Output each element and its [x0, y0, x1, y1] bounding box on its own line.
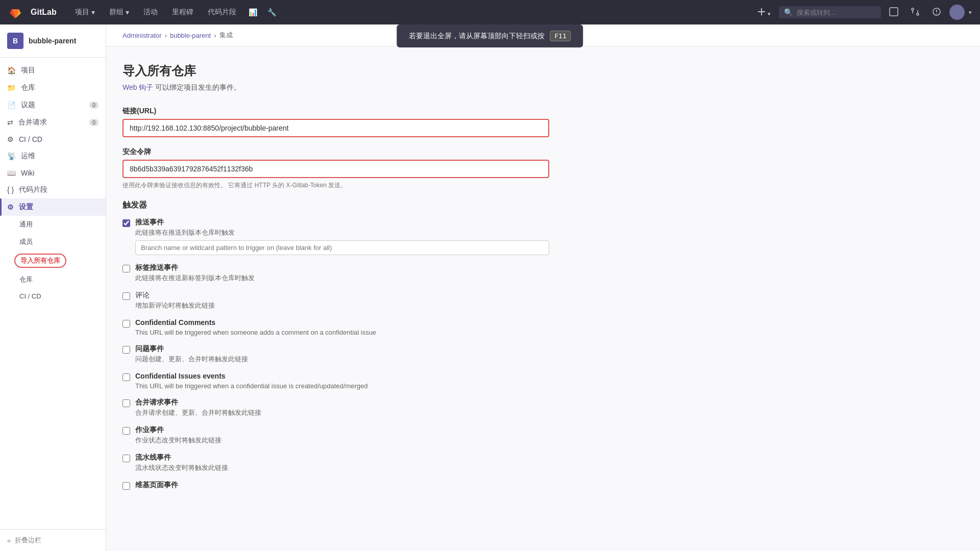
trigger-push-branch-input[interactable] [135, 240, 549, 255]
subtitle-text: 可以绑定项目发生的事件。 [155, 83, 241, 91]
nav-activity[interactable]: 活动 [137, 5, 164, 20]
wiki-icon: 📖 [7, 169, 16, 177]
url-input[interactable] [122, 119, 549, 137]
trigger-push-label: 推送事件 [135, 218, 164, 227]
trigger-comments-checkbox[interactable] [122, 292, 130, 300]
trigger-merge-requests: 合并请求事件合并请求创建、更新、合并时将触发此链接 [122, 398, 549, 417]
sidebar-item-merge-requests[interactable]: ⇄ 合并请求 0 [0, 114, 106, 131]
page-subtitle: Web 钩子 可以绑定项目发生的事件。 [122, 83, 549, 92]
trigger-tag-push-label: 标签推送事件 [135, 263, 178, 272]
trigger-pipeline: 流水线事件流水线状态改变时将触发此链接 [122, 453, 549, 472]
trigger-job: 作业事件作业状态改变时将触发此链接 [122, 425, 549, 445]
content-area: 导入所有仓库 Web 钩子 可以绑定项目发生的事件。 链接(URL) 安全令牌 … [106, 46, 566, 516]
sidebar-nav: 🏠 项目 📁 仓库 📄 议题 0 ⇄ 合并请求 0 ⚙ CI / CD [0, 58, 106, 529]
merge-icon: ⇄ [7, 118, 13, 127]
breadcrumb-admin[interactable]: Administrator [122, 32, 162, 39]
sidebar-item-settings[interactable]: ⚙ 设置 [0, 198, 106, 216]
chart-icon[interactable]: 📊 [244, 4, 261, 20]
svg-point-1 [912, 8, 914, 10]
settings-subnav: 通用 成员 导入所有仓库 仓库 CI / CD [0, 216, 106, 304]
trigger-job-label: 作业事件 [135, 425, 164, 435]
trigger-issues-label: 问题事件 [135, 344, 164, 354]
trigger-wiki-label: 维基页面事件 [135, 481, 178, 490]
nav-milestones[interactable]: 里程碑 [166, 5, 200, 20]
ops-icon: 📡 [7, 152, 16, 160]
tooltip-text: 若要退出全屏，请从屏幕顶部向下轻扫或按 [409, 32, 545, 41]
sidebar-item-repository-settings[interactable]: 仓库 [7, 271, 106, 288]
trigger-wiki-checkbox[interactable] [122, 482, 130, 490]
trigger-confidential-comments: Confidential CommentsThis URL will be tr… [122, 318, 549, 336]
sidebar-item-project[interactable]: 🏠 项目 [0, 62, 106, 79]
integrations-label: 导入所有仓库 [14, 254, 66, 268]
issues-icon[interactable] [928, 3, 945, 22]
fullscreen-tooltip: 若要退出全屏，请从屏幕顶部向下轻扫或按 F11 [397, 24, 583, 47]
nav-projects[interactable]: 项目 ▾ [69, 5, 101, 20]
trigger-confidential-comments-label: Confidential Comments [135, 318, 215, 327]
trigger-push: 推送事件此链接将在推送到版本仓库时触发 [122, 218, 549, 255]
key-badge: F11 [550, 31, 571, 41]
svg-point-2 [917, 13, 919, 15]
sidebar-item-ops[interactable]: 📡 运维 [0, 147, 106, 165]
top-navigation: GitLab 项目 ▾ 群组 ▾ 活动 里程碑 代码片段 📊 🔧 ▾ 🔍 [0, 0, 980, 24]
sidebar-item-wiki[interactable]: 📖 Wiki [0, 165, 106, 181]
book-icon: 📁 [7, 84, 16, 92]
token-hint: 使用此令牌来验证接收信息的有效性。 它将通过 HTTP 头的 X-Gitlab-… [122, 181, 549, 190]
trigger-confidential-issues-checkbox[interactable] [122, 373, 130, 381]
gear-icon: ⚙ [7, 203, 14, 211]
svg-point-4 [936, 13, 937, 14]
triggers-title: 触发器 [122, 200, 549, 211]
trigger-tag-push-desc: 此链接将在推送新标签到版本仓库时触发 [135, 273, 549, 283]
trigger-comments-desc: 增加新评论时将触发此链接 [135, 301, 549, 310]
project-header[interactable]: B bubble-parent [0, 24, 106, 58]
breadcrumb-project[interactable]: bubble-parent [170, 32, 211, 39]
sidebar-item-ci-cd[interactable]: ⚙ CI / CD [0, 131, 106, 147]
sidebar-item-general[interactable]: 通用 [7, 216, 106, 233]
avatar-dropdown[interactable]: ▾ [969, 9, 972, 16]
dropdown-icon: ▾ [91, 8, 95, 16]
sidebar: B bubble-parent 🏠 项目 📁 仓库 📄 议题 0 ⇄ 合并请求 … [0, 24, 106, 551]
search-box[interactable]: 🔍 [779, 6, 881, 18]
trigger-job-checkbox[interactable] [122, 427, 130, 435]
main-content: Administrator › bubble-parent › 集成 导入所有仓… [106, 24, 980, 551]
sidebar-item-snippets[interactable]: { } 代码片段 [0, 181, 106, 198]
webhook-link[interactable]: Web 钩子 [122, 83, 153, 91]
plus-icon[interactable]: ▾ [753, 4, 775, 21]
trigger-issues-checkbox[interactable] [122, 346, 130, 354]
trigger-merge-requests-label: 合并请求事件 [135, 398, 178, 407]
sidebar-item-issues[interactable]: 📄 议题 0 [0, 96, 106, 114]
issues-badge: 0 [89, 102, 99, 109]
user-settings-icon[interactable] [885, 3, 902, 22]
trigger-issues-desc: 问题创建、更新、合并时将触发此链接 [135, 355, 549, 364]
sidebar-item-repository[interactable]: 📁 仓库 [0, 79, 106, 96]
wrench-icon[interactable]: 🔧 [263, 4, 280, 20]
trigger-confidential-comments-desc: This URL will be triggered when someone … [135, 329, 549, 336]
trigger-tag-push-checkbox[interactable] [122, 265, 130, 272]
main-layout: B bubble-parent 🏠 项目 📁 仓库 📄 议题 0 ⇄ 合并请求 … [0, 24, 980, 551]
sidebar-item-integrations[interactable]: 导入所有仓库 [7, 251, 106, 271]
url-label: 链接(URL) [122, 107, 549, 116]
sidebar-item-members[interactable]: 成员 [7, 233, 106, 251]
topnav-items: 项目 ▾ 群组 ▾ 活动 里程碑 代码片段 📊 🔧 [69, 4, 280, 20]
trigger-confidential-issues-desc: This URL will be triggered when a confid… [135, 382, 549, 390]
nav-groups[interactable]: 群组 ▾ [103, 5, 135, 20]
collapse-sidebar[interactable]: « 折叠边栏 [0, 529, 106, 551]
trigger-tag-push: 标签推送事件此链接将在推送新标签到版本仓库时触发 [122, 263, 549, 283]
project-name: bubble-parent [29, 37, 76, 45]
trigger-confidential-comments-checkbox[interactable] [122, 320, 130, 328]
token-input[interactable] [122, 160, 549, 178]
merge-request-icon[interactable] [906, 3, 924, 22]
token-section: 安全令牌 使用此令牌来验证接收信息的有效性。 它将通过 HTTP 头的 X-Gi… [122, 147, 549, 190]
search-input[interactable] [797, 9, 876, 16]
nav-snippets[interactable]: 代码片段 [202, 5, 242, 20]
breadcrumb-current: 集成 [219, 31, 233, 40]
trigger-push-checkbox[interactable] [122, 219, 130, 227]
trigger-comments-label: 评论 [135, 291, 150, 300]
trigger-merge-requests-checkbox[interactable] [122, 399, 130, 407]
trigger-pipeline-checkbox[interactable] [122, 455, 130, 462]
svg-rect-0 [890, 8, 898, 16]
gitlab-logo[interactable] [8, 5, 22, 19]
avatar[interactable] [949, 5, 965, 20]
project-avatar: B [7, 33, 23, 49]
trigger-comments: 评论增加新评论时将触发此链接 [122, 291, 549, 310]
sidebar-item-cicd-settings[interactable]: CI / CD [7, 288, 106, 304]
